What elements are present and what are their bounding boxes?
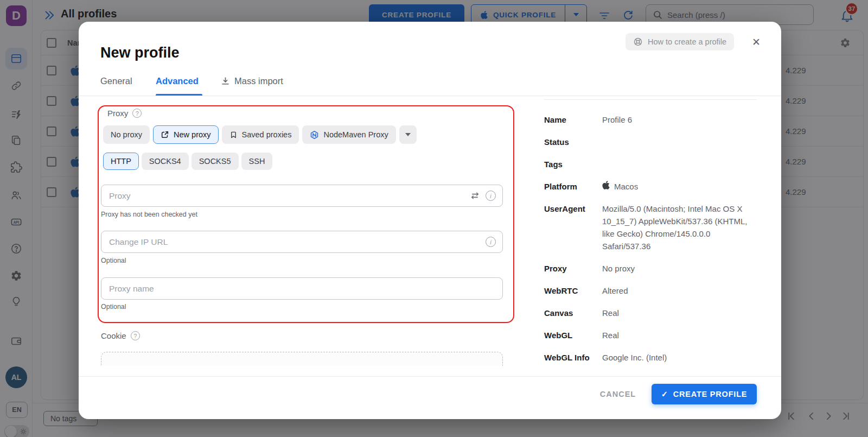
protocol-label: SOCKS5 <box>199 157 231 166</box>
summary-divider <box>544 99 757 100</box>
summary-row: Status <box>544 136 761 148</box>
summary-label: WebRTC <box>544 284 602 297</box>
create-profile-button[interactable]: ✓ CREATE PROFILE <box>652 384 757 404</box>
protocol-socks4-chip[interactable]: SOCKS4 <box>142 153 189 170</box>
summary-label: Tags <box>544 158 602 170</box>
summary-value: Google Inc. (Intel) <box>602 351 667 364</box>
lifebuoy-icon <box>633 37 643 47</box>
protocol-label: HTTP <box>111 157 131 166</box>
protocol-http-chip[interactable]: HTTP <box>103 153 139 170</box>
change-ip-helper-text: Optional <box>101 257 126 264</box>
summary-label: WebGL <box>544 329 602 341</box>
protocol-label: SOCKS4 <box>149 157 181 166</box>
create-profile-label: CREATE PROFILE <box>673 390 748 398</box>
protocol-ssh-chip[interactable]: SSH <box>241 153 273 170</box>
no-proxy-chip[interactable]: No proxy <box>103 125 150 144</box>
summary-value: Macos <box>614 180 638 193</box>
chevron-down-icon <box>405 133 411 136</box>
new-proxy-label: New proxy <box>174 130 211 139</box>
tab-general-label: General <box>100 76 132 86</box>
summary-row: WebGL InfoGoogle Inc. (Intel) <box>544 351 761 364</box>
info-icon[interactable]: i <box>486 237 496 247</box>
app-root: D API AL EN All pr <box>0 0 868 437</box>
summary-row: Platform Macos <box>544 180 761 193</box>
proxy-help-icon[interactable]: ? <box>132 109 142 118</box>
saved-proxies-chip[interactable]: Saved proxies <box>222 125 299 144</box>
proxy-helper-text: Proxy has not been checked yet <box>101 211 197 218</box>
proxy-label-text: Proxy <box>107 109 128 118</box>
proxy-protocol-group: HTTP SOCKS4 SOCKS5 SSH <box>103 153 272 170</box>
summary-row: NameProfile 6 <box>544 113 761 126</box>
protocol-socks5-chip[interactable]: SOCKS5 <box>192 153 239 170</box>
proxy-name-helper-text: Optional <box>101 303 126 311</box>
saved-proxies-label: Saved proxies <box>242 130 292 139</box>
no-proxy-label: No proxy <box>111 130 142 139</box>
cookie-section-label: Cookie ? <box>101 331 140 340</box>
proxy-field[interactable]: i <box>101 185 503 207</box>
summary-label: Proxy <box>544 262 602 275</box>
profile-summary: NameProfile 6 Status Tags Platform Macos… <box>544 113 761 373</box>
tab-mass-import-label: Mass import <box>234 76 283 86</box>
bookmark-icon <box>229 131 238 139</box>
summary-label: Status <box>544 136 602 148</box>
proxy-mode-group: No proxy New proxy Saved proxies NodeMav… <box>103 125 417 144</box>
summary-label: WebGL Info <box>544 351 602 364</box>
summary-row: WebGLReal <box>544 329 761 341</box>
cancel-button[interactable]: CANCEL <box>593 385 643 403</box>
check-icon: ✓ <box>661 390 668 398</box>
summary-value: No proxy <box>602 262 635 275</box>
new-profile-modal: How to create a profile ✕ New profile Ge… <box>79 22 781 419</box>
summary-value: Altered <box>602 284 628 297</box>
summary-label: Canvas <box>544 307 602 319</box>
nodemaven-proxy-chip[interactable]: NodeMaven Proxy <box>302 125 395 144</box>
summary-value: Real <box>602 307 619 319</box>
proxy-section-label: Proxy ? <box>107 109 142 118</box>
summary-label: Platform <box>544 180 602 193</box>
new-window-icon <box>161 130 169 139</box>
summary-row: Tags <box>544 158 761 170</box>
summary-row: CanvasReal <box>544 307 761 319</box>
swap-arrows-icon[interactable] <box>470 191 480 200</box>
proxy-input[interactable] <box>109 191 464 201</box>
protocol-label: SSH <box>249 157 265 166</box>
cookie-dropzone[interactable] <box>101 352 503 366</box>
close-icon[interactable]: ✕ <box>749 35 763 49</box>
summary-row: ProxyNo proxy <box>544 262 761 275</box>
nodemaven-icon <box>310 130 319 140</box>
summary-value: Mozilla/5.0 (Macintosh; Intel Mac OS X 1… <box>602 202 748 252</box>
cookie-help-icon[interactable]: ? <box>131 331 140 340</box>
summary-label: UserAgent <box>544 202 602 252</box>
how-to-create-profile-button[interactable]: How to create a profile <box>626 33 734 50</box>
tabs-divider <box>79 96 781 96</box>
new-proxy-chip[interactable]: New proxy <box>153 125 219 144</box>
proxy-name-input[interactable] <box>109 284 496 294</box>
modal-footer-divider <box>79 376 781 377</box>
nodemaven-label: NodeMaven Proxy <box>323 130 388 139</box>
tab-general[interactable]: General <box>100 76 132 86</box>
download-icon <box>221 77 230 86</box>
proxy-mode-dropdown[interactable] <box>399 125 417 144</box>
summary-row: WebRTCAltered <box>544 284 761 297</box>
info-icon[interactable]: i <box>486 191 496 201</box>
modal-title: New profile <box>100 45 180 61</box>
summary-value: Profile 6 <box>602 113 632 126</box>
change-ip-field[interactable]: i <box>101 231 503 253</box>
proxy-name-field[interactable] <box>101 277 503 300</box>
apple-icon <box>602 180 610 190</box>
help-label: How to create a profile <box>648 37 726 46</box>
summary-row: UserAgentMozilla/5.0 (Macintosh; Intel M… <box>544 202 761 252</box>
summary-label: Name <box>544 113 602 126</box>
tab-mass-import[interactable]: Mass import <box>221 76 283 86</box>
change-ip-input[interactable] <box>109 237 480 247</box>
tab-advanced[interactable]: Advanced <box>156 76 199 86</box>
tab-advanced-label: Advanced <box>156 76 199 86</box>
summary-value: Real <box>602 329 619 341</box>
cookie-label-text: Cookie <box>101 331 126 340</box>
